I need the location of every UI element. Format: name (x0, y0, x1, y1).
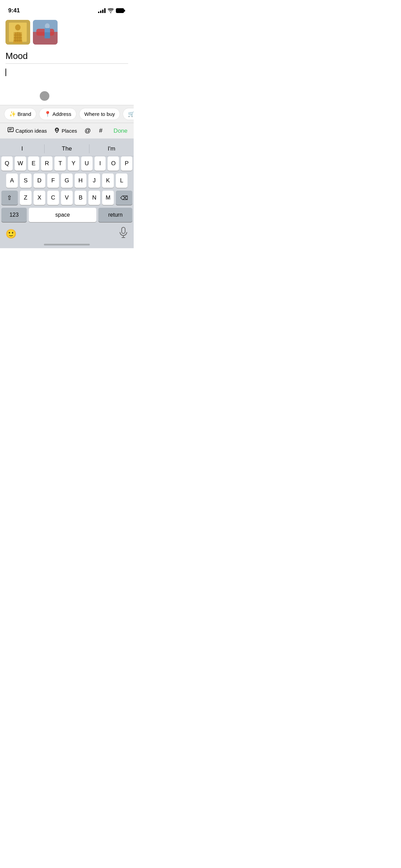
keyboard-bottom-bar: 🙂 (0, 225, 134, 244)
key-m[interactable]: M (102, 191, 114, 205)
key-n[interactable]: N (88, 191, 100, 205)
emoji-icon: 🙂 (5, 229, 16, 239)
key-h[interactable]: H (75, 173, 86, 188)
key-row-1: Q W E R T Y U I O P (0, 156, 134, 173)
shift-key[interactable]: ⇧ (1, 191, 18, 205)
key-d[interactable]: D (34, 173, 45, 188)
battery-icon (116, 8, 125, 13)
space-key[interactable]: space (29, 208, 96, 222)
numbers-key[interactable]: 123 (1, 208, 27, 222)
emoji-button[interactable]: 🙂 (5, 229, 16, 239)
status-icons (98, 8, 125, 13)
photo-thumb-1[interactable] (5, 20, 30, 45)
at-symbol: @ (85, 127, 91, 134)
pin-icon: 📍 (44, 111, 51, 117)
key-row-3: ⇧ Z X C V B N M ⌫ (0, 191, 134, 208)
wifi-icon (108, 8, 114, 13)
toolbar-row-2: Caption ideas Places @ # Done (0, 123, 134, 138)
chip-where-to-buy[interactable]: Where to buy (79, 108, 120, 120)
key-row-2: A S D F G H J K L (0, 173, 134, 191)
key-p[interactable]: P (121, 156, 132, 171)
key-c[interactable]: C (47, 191, 59, 205)
text-cursor (5, 69, 6, 76)
suggestion-chips-row: ✨ Brand 📍 Address Where to buy 🛒 Produc… (0, 105, 134, 123)
svg-point-22 (56, 129, 58, 131)
home-bar (44, 244, 90, 245)
caption-ideas-button[interactable]: Caption ideas (4, 125, 50, 136)
mood-title: Mood (5, 49, 128, 64)
key-a[interactable]: A (6, 173, 18, 188)
key-x[interactable]: X (34, 191, 45, 205)
svg-rect-2 (124, 10, 125, 12)
status-time: 9:41 (8, 7, 20, 14)
keyboard: I The I'm Q W E R T Y U I O P A S D F G … (0, 138, 134, 248)
sparkles-icon: ✨ (9, 111, 16, 117)
svg-rect-1 (116, 9, 124, 13)
key-y[interactable]: Y (68, 156, 79, 171)
svg-point-5 (15, 24, 21, 31)
chip-address-label: Address (52, 111, 71, 117)
svg-rect-23 (122, 227, 125, 233)
chip-brand-label: Brand (17, 111, 31, 117)
caption-ideas-label: Caption ideas (15, 128, 47, 134)
photo-thumb-2[interactable] (33, 20, 58, 45)
key-r[interactable]: R (41, 156, 52, 171)
pred-word-1[interactable]: I (0, 142, 44, 156)
content-area: Mood (0, 16, 134, 105)
key-t[interactable]: T (54, 156, 66, 171)
key-w[interactable]: W (15, 156, 26, 171)
svg-rect-19 (8, 128, 13, 132)
caption-ideas-icon (8, 127, 14, 134)
photo1-svg (5, 20, 30, 45)
cart-icon: 🛒 (128, 111, 134, 117)
key-i[interactable]: I (95, 156, 106, 171)
return-key[interactable]: return (98, 208, 132, 222)
svg-point-16 (45, 23, 50, 29)
chip-address[interactable]: 📍 Address (39, 108, 76, 120)
key-b[interactable]: B (75, 191, 86, 205)
chip-brand[interactable]: ✨ Brand (4, 108, 36, 120)
chip-product[interactable]: 🛒 Produc… (123, 108, 134, 120)
key-f[interactable]: F (47, 173, 59, 188)
image-row (5, 20, 128, 45)
delete-key[interactable]: ⌫ (116, 191, 132, 205)
key-row-bottom: 123 space return (0, 208, 134, 225)
key-v[interactable]: V (61, 191, 73, 205)
key-k[interactable]: K (102, 173, 114, 188)
places-button[interactable]: Places (50, 125, 81, 136)
key-z[interactable]: Z (20, 191, 32, 205)
mention-button[interactable]: @ (81, 125, 95, 136)
hashtag-button[interactable]: # (95, 125, 107, 136)
status-bar: 9:41 (0, 0, 134, 16)
text-input-area[interactable] (5, 64, 128, 105)
pred-word-3[interactable]: I'm (89, 142, 134, 156)
key-o[interactable]: O (108, 156, 119, 171)
key-j[interactable]: J (88, 173, 100, 188)
loading-indicator (40, 91, 49, 101)
key-g[interactable]: G (61, 173, 73, 188)
mic-button[interactable] (119, 227, 128, 241)
done-button[interactable]: Done (111, 125, 130, 136)
key-u[interactable]: U (81, 156, 93, 171)
key-s[interactable]: S (20, 173, 32, 188)
microphone-icon (119, 227, 128, 239)
places-icon (54, 127, 60, 134)
places-label: Places (62, 128, 77, 134)
chip-where-label: Where to buy (84, 111, 115, 117)
photo2-svg (33, 20, 58, 45)
home-indicator (0, 244, 134, 248)
svg-rect-18 (45, 32, 50, 38)
predictive-bar: I The I'm (0, 141, 134, 156)
key-q[interactable]: Q (1, 156, 13, 171)
key-e[interactable]: E (28, 156, 39, 171)
signal-icon (98, 8, 106, 13)
hash-symbol: # (99, 127, 102, 134)
key-l[interactable]: L (116, 173, 127, 188)
pred-word-2[interactable]: The (45, 142, 89, 156)
